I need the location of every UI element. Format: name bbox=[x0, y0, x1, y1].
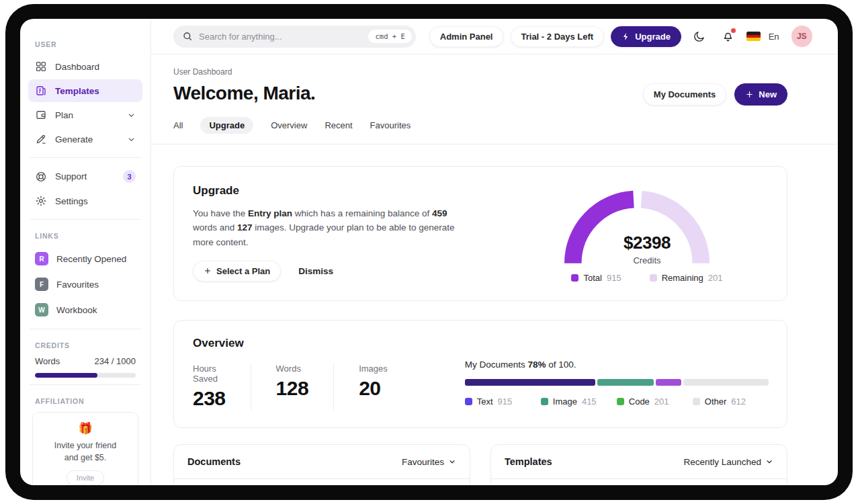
legend-item-code: Code 201 bbox=[617, 396, 693, 407]
templates-card-title: Templates bbox=[505, 456, 552, 467]
legend-item-total: Total 915 bbox=[571, 273, 621, 283]
avatar[interactable]: JS bbox=[791, 26, 812, 47]
search-box[interactable]: cmd + E bbox=[173, 26, 416, 48]
link-badge: W bbox=[35, 303, 48, 317]
credits-label: Words bbox=[35, 356, 60, 366]
upgrade-button[interactable]: Upgrade bbox=[611, 26, 681, 47]
tab-recent[interactable]: Recent bbox=[325, 117, 352, 134]
sidebar-item-settings[interactable]: Settings bbox=[28, 190, 142, 212]
sidebar-item-label: Dashboard bbox=[55, 62, 136, 72]
legend-item-text: Text 915 bbox=[465, 396, 541, 407]
overview-card-title: Overview bbox=[193, 337, 768, 350]
link-badge: R bbox=[35, 252, 48, 265]
sidebar-link-workbook[interactable]: W Workbook bbox=[28, 298, 142, 322]
sidebar-item-support[interactable]: Support 3 bbox=[28, 165, 142, 188]
sidebar-section-affiliation: AFFILIATION bbox=[35, 397, 136, 405]
upgrade-card-body: You have the Entry plan which has a rema… bbox=[193, 206, 470, 249]
page-title: Welcome, Maria. bbox=[173, 83, 315, 104]
gauge-caption: Credits bbox=[553, 255, 741, 265]
legend-item-other: Other 612 bbox=[693, 396, 769, 407]
legend-swatch bbox=[693, 398, 700, 405]
moon-icon bbox=[693, 30, 705, 43]
documents-card: Documents Favourites Untitled Document i… bbox=[173, 444, 470, 485]
device-frame: USER Dashboard Templates Plan Generate S… bbox=[5, 4, 853, 500]
stat-words: Words 128 bbox=[251, 364, 334, 410]
trial-button[interactable]: Trial - 2 Days Left bbox=[511, 26, 605, 47]
sidebar-section-user: USER bbox=[35, 40, 136, 48]
dark-mode-toggle[interactable] bbox=[688, 25, 710, 48]
lifebuoy-icon bbox=[35, 171, 47, 183]
sidebar-item-plan[interactable]: Plan bbox=[28, 103, 142, 126]
divider bbox=[30, 384, 141, 385]
new-button[interactable]: New bbox=[734, 83, 787, 106]
tab-overview[interactable]: Overview bbox=[271, 117, 307, 134]
select-plan-button[interactable]: Select a Plan bbox=[193, 261, 281, 282]
new-button-label: New bbox=[759, 89, 777, 99]
sidebar-item-generate[interactable]: Generate bbox=[28, 128, 142, 151]
dismiss-button[interactable]: Dismiss bbox=[298, 266, 333, 276]
bar-segment-code bbox=[656, 379, 681, 386]
language-label[interactable]: En bbox=[769, 32, 779, 42]
sidebar-item-label: Support bbox=[55, 171, 115, 181]
my-documents-button[interactable]: My Documents bbox=[643, 83, 726, 106]
search-input[interactable] bbox=[199, 32, 362, 42]
legend-item-remaining: Remaining 201 bbox=[650, 273, 723, 283]
sidebar-link-favourites[interactable]: F Favourites bbox=[28, 272, 142, 296]
template-list-item[interactable]: Blog Post Title in Workbook bbox=[491, 479, 787, 485]
legend-swatch bbox=[541, 398, 548, 405]
tab-all[interactable]: All bbox=[173, 117, 183, 134]
credits-value: 234 / 1000 bbox=[95, 356, 136, 366]
sidebar-item-label: Templates bbox=[55, 86, 136, 96]
document-list-item[interactable]: Untitled Document in Workbook bbox=[174, 479, 470, 485]
stat-images: Images 20 bbox=[333, 364, 413, 410]
plus-icon bbox=[745, 90, 754, 99]
tab-bar: All Upgrade Overview Recent Favourites bbox=[173, 117, 787, 134]
upgrade-button-label: Upgrade bbox=[635, 32, 671, 42]
templates-filter-dropdown[interactable]: Recently Launched bbox=[683, 457, 773, 467]
affiliation-card: 🎁 Invite your friend and get $5. Invite bbox=[32, 412, 138, 485]
divider bbox=[30, 329, 141, 329]
gear-icon bbox=[35, 195, 47, 207]
sidebar-item-label: Recently Opened bbox=[56, 254, 136, 264]
credits-gauge-chart: $2398 Credits Total 915 Remaining 201 bbox=[553, 184, 741, 283]
templates-card: Templates Recently Launched Blog Post Ti… bbox=[490, 444, 787, 485]
admin-panel-button[interactable]: Admin Panel bbox=[429, 26, 504, 47]
app-window: USER Dashboard Templates Plan Generate S… bbox=[20, 19, 838, 485]
sidebar-item-label: Workbook bbox=[56, 305, 136, 315]
tab-upgrade[interactable]: Upgrade bbox=[200, 117, 253, 134]
plus-icon bbox=[204, 267, 212, 275]
sidebar-section-credits: CREDITS bbox=[35, 341, 136, 349]
sidebar-link-recently-opened[interactable]: R Recently Opened bbox=[28, 247, 142, 271]
wallet-icon bbox=[35, 109, 47, 121]
divider bbox=[30, 157, 141, 158]
upgrade-card: Upgrade You have the Entry plan which ha… bbox=[173, 166, 787, 301]
documents-filter-dropdown[interactable]: Favourites bbox=[402, 457, 456, 467]
legend-item-image: Image 415 bbox=[541, 396, 617, 407]
gauge-value: $2398 bbox=[553, 233, 741, 253]
bar-segment-text bbox=[465, 379, 595, 386]
chevron-down-icon bbox=[765, 458, 773, 466]
bar-segment-image bbox=[597, 379, 654, 386]
affiliation-text-line2: and get $5. bbox=[65, 453, 107, 462]
legend-swatch bbox=[571, 274, 578, 282]
grid-icon bbox=[35, 60, 47, 73]
bar-legend: Text 915 Image 415 Code 20 bbox=[465, 396, 769, 407]
invite-button[interactable]: Invite bbox=[67, 470, 104, 485]
gauge-legend: Total 915 Remaining 201 bbox=[553, 273, 741, 283]
chevron-down-icon bbox=[127, 111, 136, 120]
language-flag-icon[interactable] bbox=[746, 32, 761, 41]
sidebar-item-dashboard[interactable]: Dashboard bbox=[28, 55, 142, 78]
tab-favourites[interactable]: Favourites bbox=[370, 117, 411, 134]
pencil-icon bbox=[35, 133, 47, 145]
bolt-icon bbox=[621, 32, 630, 41]
upgrade-card-title: Upgrade bbox=[193, 184, 470, 198]
stacked-bar bbox=[465, 379, 769, 386]
affiliation-text-line1: Invite your friend bbox=[54, 441, 116, 450]
support-badge: 3 bbox=[123, 170, 136, 183]
sidebar-item-templates[interactable]: Templates bbox=[28, 79, 142, 102]
legend-swatch bbox=[617, 398, 624, 405]
sidebar-item-label: Plan bbox=[55, 110, 119, 120]
notifications-button[interactable] bbox=[717, 25, 739, 48]
bar-segment-other bbox=[683, 379, 769, 386]
gift-icon: 🎁 bbox=[40, 421, 131, 435]
